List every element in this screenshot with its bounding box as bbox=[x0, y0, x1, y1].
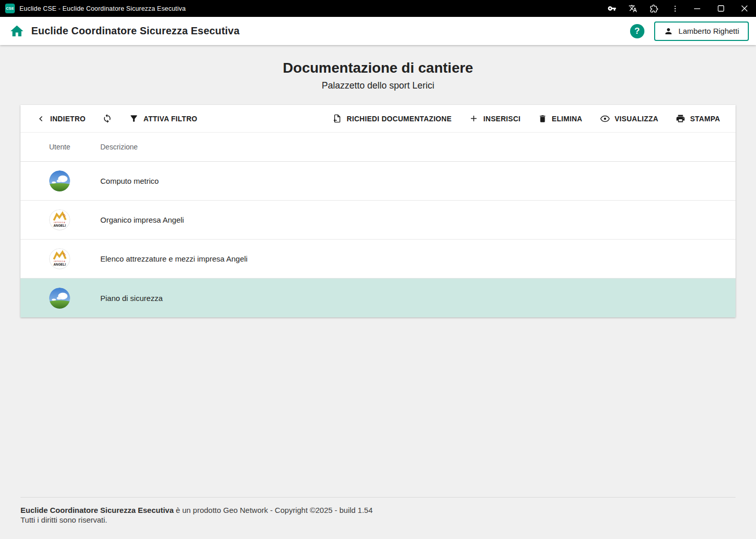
impresa-angeli-logo-icon: IMPRESA ANGELI bbox=[49, 248, 70, 269]
insert-button[interactable]: INSERISCI bbox=[469, 114, 521, 123]
column-utente: Utente bbox=[49, 143, 100, 151]
home-button[interactable] bbox=[9, 24, 25, 39]
plus-icon bbox=[469, 114, 479, 123]
view-label: VISUALIZZA bbox=[615, 115, 658, 123]
footer-line1: Euclide Coordinatore Sicurezza Esecutiva… bbox=[20, 505, 736, 515]
minimize-button[interactable] bbox=[685, 0, 709, 17]
table-row[interactable]: IMPRESA ANGELI Elenco attrezzature e mez… bbox=[20, 240, 736, 278]
app-header: Euclide Coordinatore Sicurezza Esecutiva… bbox=[0, 17, 756, 45]
request-documentation-button[interactable]: RICHIEDI DOCUMENTAZIONE bbox=[332, 114, 451, 123]
svg-text:ANGELI: ANGELI bbox=[54, 224, 66, 227]
view-button[interactable]: VISUALIZZA bbox=[600, 114, 658, 124]
row-description: Organico impresa Angeli bbox=[100, 215, 184, 224]
browser-menu-icon[interactable] bbox=[664, 0, 685, 17]
refresh-icon bbox=[102, 114, 112, 123]
avatar-cell: IMPRESA ANGELI bbox=[49, 209, 100, 230]
eye-icon bbox=[600, 114, 610, 124]
page-subtitle: Palazzetto dello sport Lerici bbox=[0, 80, 756, 91]
back-button[interactable]: INDIETRO bbox=[36, 114, 85, 123]
print-label: STAMPA bbox=[690, 115, 720, 123]
footer-product-rest: è un prodotto Geo Network - Copyright ©2… bbox=[174, 506, 373, 514]
print-button[interactable]: STAMPA bbox=[676, 114, 720, 123]
maximize-button[interactable] bbox=[709, 0, 732, 17]
window-title: Euclide CSE - Euclide Coordinatore Sicur… bbox=[19, 5, 186, 12]
footer-product-name: Euclide Coordinatore Sicurezza Esecutiva bbox=[20, 506, 174, 514]
row-description: Piano di sicurezza bbox=[100, 294, 163, 303]
app-badge-icon: CSE bbox=[5, 4, 15, 13]
row-description: Elenco attrezzature e mezzi impresa Ange… bbox=[100, 254, 248, 263]
activate-filter-label: ATTIVA FILTRO bbox=[143, 115, 197, 123]
close-button[interactable] bbox=[732, 0, 756, 17]
trash-icon bbox=[538, 114, 547, 123]
help-icon: ? bbox=[634, 26, 639, 36]
footer-line2: Tutti i diritti sono riservati. bbox=[20, 515, 736, 525]
extensions-icon[interactable] bbox=[643, 0, 664, 17]
refresh-button[interactable] bbox=[102, 114, 112, 123]
translate-icon[interactable] bbox=[622, 0, 643, 17]
table-row[interactable]: Computo metrico bbox=[20, 162, 736, 201]
person-icon bbox=[664, 27, 673, 36]
avatar-cell: IMPRESA ANGELI bbox=[49, 248, 100, 269]
page-title: Documentazione di cantiere bbox=[0, 60, 756, 76]
home-icon bbox=[9, 24, 25, 39]
avatar-cell bbox=[49, 170, 100, 191]
main-content: Documentazione di cantiere Palazzetto de… bbox=[0, 45, 756, 539]
request-document-icon bbox=[332, 114, 342, 123]
avatar: IMPRESA ANGELI bbox=[49, 248, 70, 269]
printer-icon bbox=[676, 114, 685, 123]
footer: Euclide Coordinatore Sicurezza Esecutiva… bbox=[20, 497, 736, 525]
insert-label: INSERISCI bbox=[483, 115, 521, 123]
avatar-cell bbox=[49, 288, 100, 309]
user-button[interactable]: Lamberto Righetti bbox=[654, 21, 749, 41]
column-descrizione: Descrizione bbox=[100, 143, 138, 151]
table-row[interactable]: IMPRESA ANGELI Organico impresa Angeli bbox=[20, 201, 736, 240]
user-name: Lamberto Righetti bbox=[679, 27, 739, 35]
window-titlebar: CSE Euclide CSE - Euclide Coordinatore S… bbox=[0, 0, 756, 17]
avatar: IMPRESA ANGELI bbox=[49, 209, 70, 230]
avatar bbox=[49, 170, 70, 191]
svg-text:ANGELI: ANGELI bbox=[54, 263, 66, 266]
avatar bbox=[49, 288, 70, 309]
row-description: Computo metrico bbox=[100, 177, 159, 185]
filter-icon bbox=[129, 114, 139, 123]
request-documentation-label: RICHIEDI DOCUMENTAZIONE bbox=[347, 115, 451, 123]
help-button[interactable]: ? bbox=[630, 24, 644, 38]
impresa-angeli-logo-icon: IMPRESA ANGELI bbox=[49, 209, 70, 230]
documents-card: INDIETRO ATTIVA FILTRO RICHIEDI DOCUMENT… bbox=[20, 105, 736, 317]
back-label: INDIETRO bbox=[50, 115, 85, 123]
landscape-avatar-icon bbox=[49, 288, 70, 309]
delete-button[interactable]: ELIMINA bbox=[538, 114, 582, 123]
landscape-avatar-icon bbox=[49, 170, 70, 191]
table-body: Computo metrico IMPRESA ANGELI Organico … bbox=[20, 162, 736, 317]
password-key-icon[interactable] bbox=[601, 0, 622, 17]
activate-filter-button[interactable]: ATTIVA FILTRO bbox=[129, 114, 197, 123]
documents-toolbar: INDIETRO ATTIVA FILTRO RICHIEDI DOCUMENT… bbox=[20, 105, 736, 133]
chevron-left-icon bbox=[36, 114, 46, 123]
app-title: Euclide Coordinatore Sicurezza Esecutiva bbox=[31, 25, 240, 37]
delete-label: ELIMINA bbox=[552, 115, 582, 123]
table-header: Utente Descrizione bbox=[20, 133, 736, 162]
table-row[interactable]: Piano di sicurezza bbox=[20, 278, 736, 317]
